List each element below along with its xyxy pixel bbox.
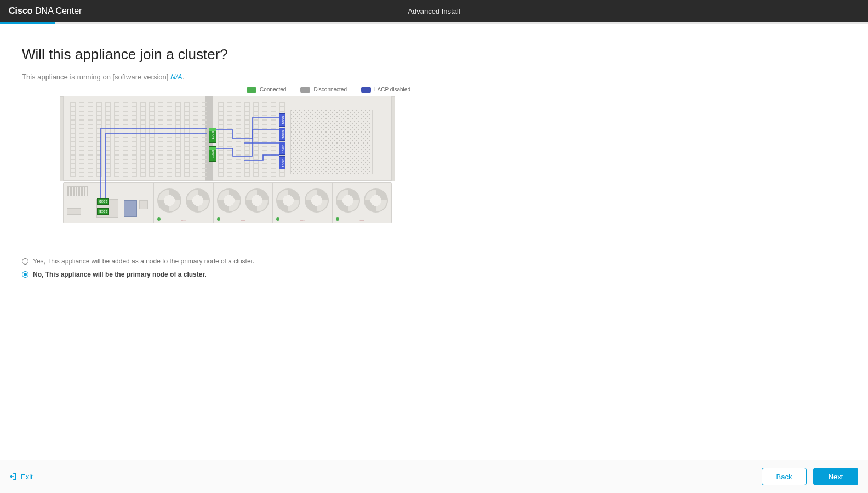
psu-row: ---- ---- ---- ---- [154,183,391,223]
slot-strip [149,102,155,177]
wizard-progress [0,22,868,24]
subtitle: This appliance is running on [software v… [22,73,846,81]
slot-strip [123,102,128,177]
legend-lacp: LACP disabled [361,87,410,93]
slot-strip [227,102,232,177]
psu-3: ---- [272,183,332,223]
slot-strip [202,102,207,177]
port-legend: Connected Disconnected LACP disabled [247,87,846,93]
usb-block [124,200,137,217]
main: Will this appliance join a cluster? This… [0,24,868,460]
chassis-top [63,96,392,181]
radio-dot-yes [22,258,28,265]
subtitle-prefix: This appliance is running on [software v… [22,73,170,81]
wizard-progress-fill [0,22,55,24]
swatch-connected [247,87,256,93]
slot-strip [262,102,267,177]
port-lacp-2: 10GB [279,128,285,141]
exit-label: Exit [21,473,33,481]
brand: Cisco DNA Center [0,6,82,16]
port-lacp-4: 10GB [279,156,285,169]
mgmt-ports [67,186,88,196]
exit-button[interactable]: Exit [10,473,33,481]
port-10g-card1-bot: 10GB [209,146,216,162]
legend-connected-label: Connected [260,87,286,93]
slot-strip [132,102,137,177]
brand-dna: DNA Center [35,6,82,15]
subtitle-suffix: . [182,73,185,81]
app-header: Cisco DNA Center Advanced Install [0,0,868,22]
port-lacp-3: 10GB [279,142,285,155]
port-10g-nic-top: 10GB [97,198,109,205]
port-10g-nic-bot: 10GB [97,208,109,215]
slot-strip [236,102,241,177]
legend-disconnected-label: Disconnected [313,87,347,93]
psu-2: ---- [213,183,273,223]
port-lacp-1: 10GB [279,113,285,127]
brand-cisco: Cisco [9,6,33,15]
appliance-diagram: /* generated later after data binding */… [63,96,392,227]
chassis-ear-left [60,96,64,181]
slot-strip [70,102,76,177]
slot-strip [79,102,84,177]
slot-strip [105,102,111,177]
slot-strip [253,102,259,177]
wizard-footer: Exit Back Next [0,460,868,493]
slot-strip [244,102,250,177]
chassis-ear-right [391,96,395,181]
legend-lacp-label: LACP disabled [374,87,410,93]
footer-right: Back Next [762,468,858,485]
slot-strip [114,102,119,177]
version-link[interactable]: N/A [170,73,182,81]
legend-connected: Connected [247,87,286,93]
psu-4: ---- [332,183,392,223]
swatch-lacp [361,87,371,93]
slot-strip [184,102,190,177]
slot-strip [158,102,163,177]
page-title: Will this appliance join a cluster? [22,46,846,63]
radio-label-no: No, This appliance will be the primary n… [33,271,207,278]
slot-strip [218,102,224,177]
slot-strip [271,102,276,177]
mesh-vent [290,110,373,174]
slot-strip [175,102,181,177]
aux-block [139,200,148,209]
back-button[interactable]: Back [762,468,807,485]
radio-dot-no [22,271,28,278]
slot-strip [140,102,146,177]
legend-disconnected: Disconnected [300,87,347,93]
exit-icon [10,473,18,480]
chassis-bottom: ---- ---- ---- ---- [63,182,392,223]
radio-label-yes: Yes, This appliance will be added as a n… [33,257,254,265]
slot-strip [88,102,93,177]
port-10g-card1-top: 10GB [209,128,216,143]
slot-strip [96,102,102,177]
header-title: Advanced Install [408,7,460,15]
radio-option-yes[interactable]: Yes, This appliance will be added as a n… [22,257,846,265]
radio-option-no[interactable]: No, This appliance will be the primary n… [22,271,846,278]
next-button[interactable]: Next [813,468,858,485]
slot-strip [167,102,172,177]
psu-1: ---- [154,183,213,223]
swatch-disconnected [300,87,310,93]
slot-strip [193,102,198,177]
vga-port [67,208,81,215]
cluster-options: Yes, This appliance will be added as a n… [22,257,846,278]
